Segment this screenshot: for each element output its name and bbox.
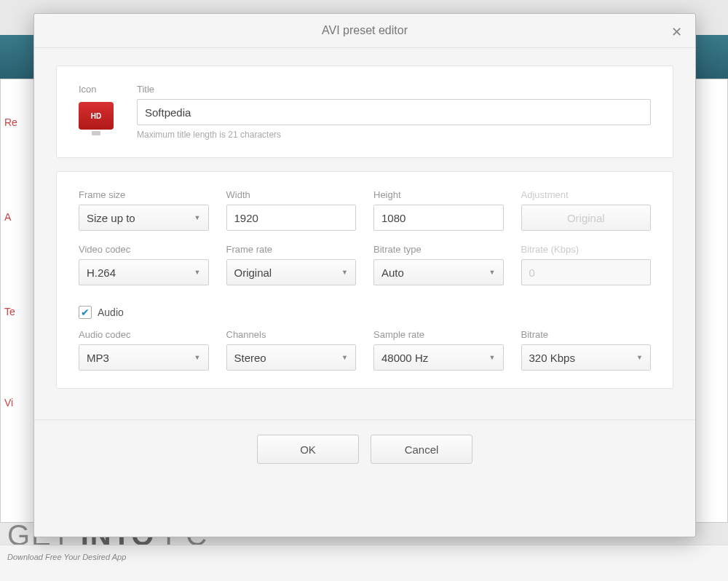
bg-text: Te (4, 306, 15, 317)
chevron-down-icon: ▼ (489, 354, 496, 361)
chevron-down-icon: ▼ (194, 354, 201, 361)
bitrate-input (521, 259, 652, 285)
framerate-label: Frame rate (226, 244, 357, 255)
samplerate-select[interactable]: 48000 Hz▼ (373, 344, 504, 371)
height-input[interactable] (373, 205, 504, 231)
bitratetype-label: Bitrate type (373, 244, 504, 255)
width-label: Width (226, 189, 357, 200)
chevron-down-icon: ▼ (341, 269, 348, 276)
channels-select[interactable]: Stereo▼ (226, 344, 357, 371)
title-input[interactable] (137, 99, 651, 125)
adjustment-label: Adjustment (521, 189, 652, 200)
audio-checkbox[interactable]: ✔ (79, 306, 92, 319)
bg-text: A (4, 211, 11, 223)
audiobitrate-label: Bitrate (521, 329, 652, 340)
audiocodec-select[interactable]: MP3▼ (79, 344, 209, 371)
cancel-button[interactable]: Cancel (371, 435, 472, 464)
chevron-down-icon: ▼ (341, 354, 348, 361)
preset-editor-dialog: AVI preset editor ✕ Icon HD Title Maximu… (33, 13, 696, 537)
adjustment-button: Original (521, 205, 652, 231)
dialog-title: AVI preset editor ✕ (34, 14, 695, 48)
bg-text: Re (4, 116, 17, 128)
close-icon[interactable]: ✕ (671, 24, 682, 40)
chevron-down-icon: ▼ (194, 214, 201, 221)
samplerate-label: Sample rate (373, 329, 504, 340)
videocodec-select[interactable]: H.264▼ (79, 259, 209, 285)
framesize-select[interactable]: Size up to▼ (79, 205, 209, 231)
height-label: Height (373, 189, 504, 200)
audiobitrate-select[interactable]: 320 Kbps▼ (521, 344, 652, 371)
width-input[interactable] (226, 205, 357, 231)
preset-icon[interactable]: HD (79, 102, 114, 130)
channels-label: Channels (226, 329, 357, 340)
audiocodec-label: Audio codec (79, 329, 209, 340)
chevron-down-icon: ▼ (194, 269, 201, 276)
bitrate-label: Bitrate (Kbps) (521, 244, 652, 255)
tagline: Download Free Your Desired App (7, 553, 126, 561)
framerate-select[interactable]: Original▼ (226, 259, 357, 285)
title-hint: Maximum title length is 21 characters (137, 130, 651, 140)
videocodec-label: Video codec (79, 244, 209, 255)
title-label: Title (137, 84, 651, 95)
chevron-down-icon: ▼ (636, 354, 643, 361)
bitratetype-select[interactable]: Auto▼ (373, 259, 504, 285)
bg-text: Vi (4, 397, 13, 408)
ok-button[interactable]: OK (257, 435, 359, 464)
icon-label: Icon (79, 84, 122, 95)
audio-checkbox-label: Audio (98, 307, 124, 318)
chevron-down-icon: ▼ (489, 269, 496, 276)
framesize-label: Frame size (79, 189, 209, 200)
